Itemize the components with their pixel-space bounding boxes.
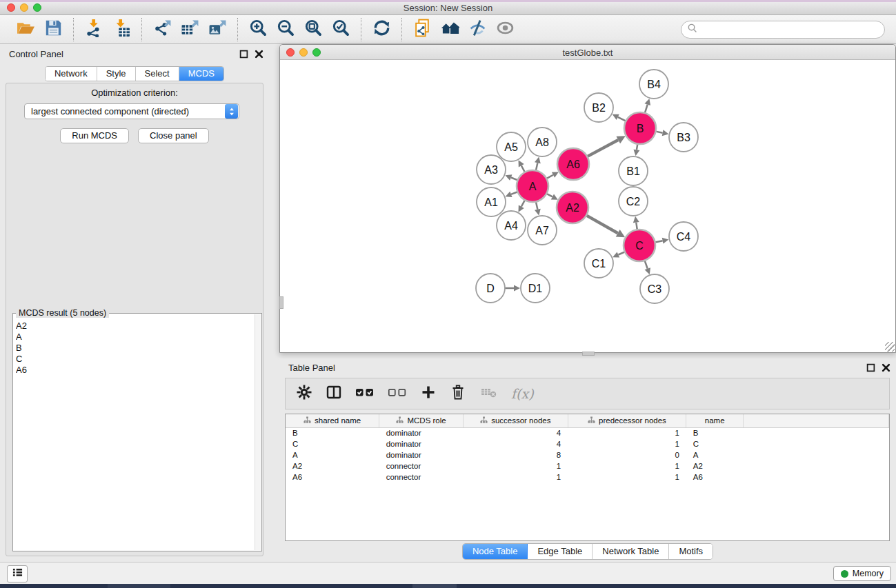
column-header-successor-nodes[interactable]: successor nodes xyxy=(463,414,568,427)
edge-A-A6[interactable] xyxy=(546,175,553,179)
edge-B-B2[interactable] xyxy=(618,117,626,121)
export-image-button[interactable] xyxy=(206,19,228,41)
table-cell[interactable]: 1 xyxy=(568,460,686,472)
edge-C-C1[interactable] xyxy=(618,252,625,254)
run-mcds-button[interactable]: Run MCDS xyxy=(60,128,129,143)
tab-select[interactable]: Select xyxy=(136,67,179,81)
optimization-criterion-dropdown[interactable]: largest connected component (directed) xyxy=(24,103,239,119)
result-scrollbar[interactable] xyxy=(255,314,261,550)
table-cell[interactable]: C xyxy=(286,438,379,449)
table-cell[interactable]: B xyxy=(686,427,744,438)
column-header-mcds-role[interactable]: MCDS role xyxy=(379,414,464,427)
result-item[interactable]: A6 xyxy=(16,365,253,376)
close-panel-icon[interactable] xyxy=(255,50,263,59)
bottom-splitter-handle[interactable] xyxy=(582,352,595,356)
task-history-button[interactable] xyxy=(7,565,28,582)
table-cell[interactable]: 1 xyxy=(568,427,686,438)
table-cell[interactable]: A xyxy=(286,449,379,460)
table-cell[interactable]: dominator xyxy=(379,449,464,460)
table-cell[interactable]: A2 xyxy=(686,460,744,472)
network-canvas[interactable]: AA1A2A3A4A5A6A7A8BB1B2B3B4CC1C2C3C4DD1 xyxy=(280,60,895,349)
select-all-button[interactable] xyxy=(355,383,375,404)
table-row[interactable]: Bdominator41B xyxy=(286,427,889,438)
search-box[interactable] xyxy=(681,21,885,39)
table-cell[interactable]: B xyxy=(286,427,379,438)
edge-A-A4[interactable] xyxy=(521,200,525,207)
result-item[interactable]: C xyxy=(16,354,253,365)
table-row[interactable]: Cdominator41C xyxy=(286,438,889,449)
save-session-button[interactable] xyxy=(42,19,64,41)
edge-C-C3[interactable] xyxy=(645,261,648,269)
home-view-button[interactable] xyxy=(439,19,461,41)
zoom-fit-button[interactable] xyxy=(302,19,324,41)
open-session-button[interactable] xyxy=(14,19,37,41)
edge-A-A7[interactable] xyxy=(536,201,537,209)
result-item[interactable]: B xyxy=(16,343,253,354)
table-row[interactable]: Adominator80A xyxy=(286,449,889,460)
table-cell[interactable]: 1 xyxy=(568,438,686,449)
edge-A-A5[interactable] xyxy=(521,165,525,172)
result-item[interactable]: A2 xyxy=(16,321,253,332)
mcds-result-list[interactable]: A2ABCA6 xyxy=(16,321,253,549)
table-cell[interactable]: A2 xyxy=(286,460,379,472)
tab-style[interactable]: Style xyxy=(97,67,136,81)
settings-button[interactable] xyxy=(295,383,313,404)
tab-node-table[interactable]: Node Table xyxy=(463,544,528,559)
edge-B-B3[interactable] xyxy=(656,132,663,133)
node-table[interactable]: shared nameMCDS rolesuccessor nodesprede… xyxy=(285,414,890,541)
close-panel-button[interactable]: Close panel xyxy=(138,128,209,143)
table-cell[interactable]: A6 xyxy=(686,472,744,483)
table-cell[interactable]: 8 xyxy=(463,449,568,460)
table-cell[interactable]: 4 xyxy=(463,427,568,438)
float-table-panel-icon[interactable] xyxy=(866,363,875,372)
import-table-button[interactable] xyxy=(110,19,132,41)
edge-C-C4[interactable] xyxy=(655,241,663,242)
export-network-button[interactable] xyxy=(151,19,173,41)
search-input[interactable] xyxy=(701,25,879,34)
table-cell[interactable]: A6 xyxy=(286,472,379,483)
tab-motifs[interactable]: Motifs xyxy=(669,544,713,559)
tab-edge-table[interactable]: Edge Table xyxy=(528,544,593,559)
table-cell[interactable]: connector xyxy=(379,472,464,483)
table-cell[interactable]: 4 xyxy=(463,438,568,449)
edge-B-B4[interactable] xyxy=(645,105,648,113)
table-cell[interactable]: 1 xyxy=(568,472,686,483)
table-row[interactable]: A6connector11A6 xyxy=(286,472,889,483)
edge-C-C2[interactable] xyxy=(636,223,637,230)
deselect-all-button[interactable] xyxy=(387,383,408,404)
export-table-button[interactable] xyxy=(179,19,201,41)
import-network-button[interactable] xyxy=(83,19,105,41)
table-cell[interactable]: 0 xyxy=(568,449,686,460)
edge-A2-C[interactable] xyxy=(586,215,618,233)
left-splitter-handle[interactable] xyxy=(279,296,283,309)
delete-row-button[interactable] xyxy=(449,383,467,404)
column-header-predecessor-nodes[interactable]: predecessor nodes xyxy=(568,414,686,427)
resize-grip-icon[interactable] xyxy=(885,342,895,352)
edge-A6-B[interactable] xyxy=(587,140,618,156)
table-cell[interactable]: dominator xyxy=(379,427,464,438)
memory-button[interactable]: Memory xyxy=(833,566,891,581)
toggle-columns-button[interactable] xyxy=(325,383,343,404)
tab-network[interactable]: Network xyxy=(46,67,97,81)
tab-network-table[interactable]: Network Table xyxy=(593,544,669,559)
column-header-name[interactable]: name xyxy=(686,414,744,427)
edge-A-A3[interactable] xyxy=(511,178,518,181)
table-cell[interactable]: C xyxy=(686,438,744,449)
edge-A-A8[interactable] xyxy=(536,163,537,170)
result-item[interactable]: A xyxy=(16,332,253,343)
table-row[interactable]: A2connector11A2 xyxy=(286,460,889,472)
show-graphics-button[interactable] xyxy=(494,19,516,41)
float-panel-icon[interactable] xyxy=(239,50,248,59)
column-header-shared-name[interactable]: shared name xyxy=(286,414,379,427)
tab-mcds[interactable]: MCDS xyxy=(179,67,223,81)
network-window-titlebar[interactable]: testGlobe.txt xyxy=(280,45,895,60)
table-cell[interactable]: 1 xyxy=(463,460,568,472)
close-table-panel-icon[interactable] xyxy=(882,363,890,372)
zoom-in-button[interactable] xyxy=(247,19,269,41)
zoom-out-button[interactable] xyxy=(275,19,297,41)
edge-A-A2[interactable] xyxy=(546,194,552,197)
table-cell[interactable]: A xyxy=(686,449,744,460)
edge-B-B1[interactable] xyxy=(637,144,637,150)
table-cell[interactable]: 1 xyxy=(463,472,568,483)
zoom-selected-button[interactable] xyxy=(330,19,352,41)
